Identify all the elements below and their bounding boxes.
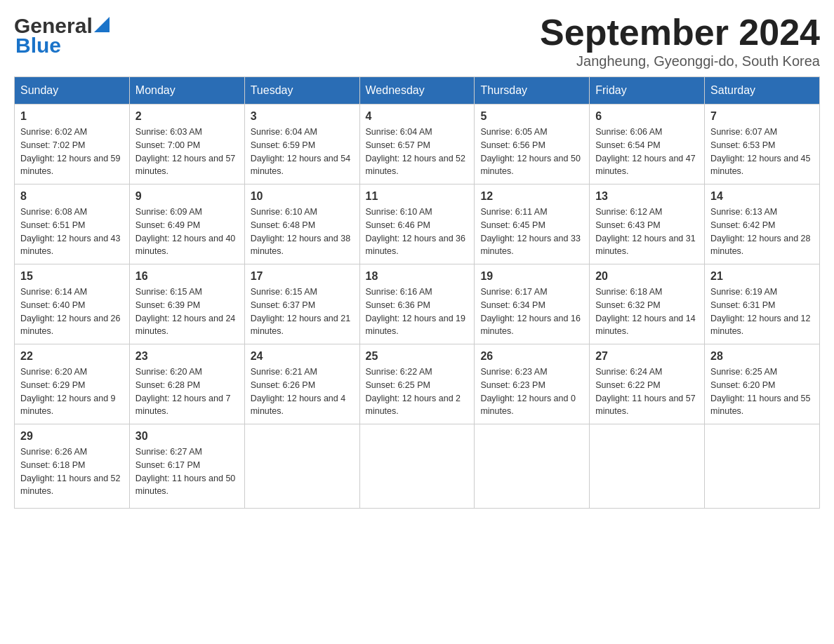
calendar-day-1: 1 Sunrise: 6:02 AMSunset: 7:02 PMDayligh… (15, 105, 130, 185)
day-info: Sunrise: 6:10 AMSunset: 6:48 PMDaylight:… (251, 206, 354, 258)
day-info: Sunrise: 6:05 AMSunset: 6:56 PMDaylight:… (480, 126, 583, 178)
weekday-header-sunday: Sunday (15, 77, 130, 105)
calendar-day-5: 5 Sunrise: 6:05 AMSunset: 6:56 PMDayligh… (475, 105, 590, 185)
calendar-day-4: 4 Sunrise: 6:04 AMSunset: 6:57 PMDayligh… (359, 105, 475, 185)
calendar-day-3: 3 Sunrise: 6:04 AMSunset: 6:59 PMDayligh… (244, 105, 359, 185)
calendar-day-empty (359, 424, 475, 509)
day-info: Sunrise: 6:13 AMSunset: 6:42 PMDaylight:… (710, 206, 814, 258)
calendar-day-8: 8 Sunrise: 6:08 AMSunset: 6:51 PMDayligh… (15, 185, 130, 264)
day-info: Sunrise: 6:10 AMSunset: 6:46 PMDaylight:… (366, 206, 469, 258)
day-number: 26 (480, 350, 583, 363)
day-info: Sunrise: 6:03 AMSunset: 7:00 PMDaylight:… (135, 126, 239, 178)
calendar-day-6: 6 Sunrise: 6:06 AMSunset: 6:54 PMDayligh… (590, 105, 705, 185)
day-number: 9 (135, 190, 239, 203)
day-info: Sunrise: 6:02 AMSunset: 7:02 PMDaylight:… (20, 126, 124, 178)
day-number: 22 (20, 350, 124, 363)
day-info: Sunrise: 6:21 AMSunset: 6:26 PMDaylight:… (251, 365, 354, 418)
calendar-week-5: 29 Sunrise: 6:26 AMSunset: 6:18 PMDaylig… (15, 424, 820, 509)
calendar-day-9: 9 Sunrise: 6:09 AMSunset: 6:49 PMDayligh… (129, 185, 244, 264)
calendar-day-empty (244, 424, 359, 509)
day-number: 18 (366, 270, 469, 283)
logo-triangle-icon (94, 17, 110, 32)
calendar-header-row: SundayMondayTuesdayWednesdayThursdayFrid… (15, 77, 820, 105)
calendar-day-25: 25 Sunrise: 6:22 AMSunset: 6:25 PMDaylig… (359, 344, 475, 424)
day-number: 28 (710, 350, 814, 363)
day-number: 27 (595, 350, 699, 363)
page-header: General Blue September 2024 Jangheung, G… (14, 14, 820, 69)
day-number: 1 (20, 110, 124, 123)
day-info: Sunrise: 6:04 AMSunset: 6:57 PMDaylight:… (366, 126, 469, 178)
calendar-day-23: 23 Sunrise: 6:20 AMSunset: 6:28 PMDaylig… (129, 344, 244, 424)
day-info: Sunrise: 6:15 AMSunset: 6:39 PMDaylight:… (135, 286, 239, 338)
calendar-week-4: 22 Sunrise: 6:20 AMSunset: 6:29 PMDaylig… (15, 344, 820, 424)
day-number: 11 (366, 190, 469, 203)
day-number: 29 (20, 430, 124, 443)
calendar-day-2: 2 Sunrise: 6:03 AMSunset: 7:00 PMDayligh… (129, 105, 244, 185)
calendar-day-27: 27 Sunrise: 6:24 AMSunset: 6:22 PMDaylig… (590, 344, 705, 424)
weekday-header-thursday: Thursday (475, 77, 590, 105)
day-number: 19 (480, 270, 583, 283)
weekday-header-friday: Friday (590, 77, 705, 105)
calendar-day-29: 29 Sunrise: 6:26 AMSunset: 6:18 PMDaylig… (15, 424, 130, 509)
calendar-table: SundayMondayTuesdayWednesdayThursdayFrid… (14, 76, 820, 509)
day-number: 7 (710, 110, 814, 123)
calendar-day-empty (590, 424, 705, 509)
day-number: 12 (480, 190, 583, 203)
weekday-header-monday: Monday (129, 77, 244, 105)
day-number: 25 (366, 350, 469, 363)
day-number: 30 (135, 430, 239, 443)
calendar-day-empty (475, 424, 590, 509)
day-number: 20 (595, 270, 699, 283)
day-number: 8 (20, 190, 124, 203)
day-info: Sunrise: 6:24 AMSunset: 6:22 PMDaylight:… (595, 365, 699, 418)
calendar-day-26: 26 Sunrise: 6:23 AMSunset: 6:23 PMDaylig… (475, 344, 590, 424)
day-number: 10 (251, 190, 354, 203)
day-info: Sunrise: 6:09 AMSunset: 6:49 PMDaylight:… (135, 206, 239, 258)
day-info: Sunrise: 6:26 AMSunset: 6:18 PMDaylight:… (20, 445, 124, 498)
day-number: 13 (595, 190, 699, 203)
day-info: Sunrise: 6:15 AMSunset: 6:37 PMDaylight:… (251, 286, 354, 338)
calendar-day-19: 19 Sunrise: 6:17 AMSunset: 6:34 PMDaylig… (475, 264, 590, 344)
day-info: Sunrise: 6:23 AMSunset: 6:23 PMDaylight:… (480, 365, 583, 418)
day-info: Sunrise: 6:20 AMSunset: 6:28 PMDaylight:… (135, 365, 239, 418)
day-number: 3 (251, 110, 354, 123)
day-info: Sunrise: 6:04 AMSunset: 6:59 PMDaylight:… (251, 126, 354, 178)
day-number: 17 (251, 270, 354, 283)
calendar-day-18: 18 Sunrise: 6:16 AMSunset: 6:36 PMDaylig… (359, 264, 475, 344)
day-info: Sunrise: 6:22 AMSunset: 6:25 PMDaylight:… (366, 365, 469, 418)
calendar-week-3: 15 Sunrise: 6:14 AMSunset: 6:40 PMDaylig… (15, 264, 820, 344)
calendar-day-10: 10 Sunrise: 6:10 AMSunset: 6:48 PMDaylig… (244, 185, 359, 264)
day-number: 6 (595, 110, 699, 123)
weekday-header-wednesday: Wednesday (359, 77, 475, 105)
calendar-day-17: 17 Sunrise: 6:15 AMSunset: 6:37 PMDaylig… (244, 264, 359, 344)
day-number: 23 (135, 350, 239, 363)
day-number: 4 (366, 110, 469, 123)
day-info: Sunrise: 6:11 AMSunset: 6:45 PMDaylight:… (480, 206, 583, 258)
calendar-day-20: 20 Sunrise: 6:18 AMSunset: 6:32 PMDaylig… (590, 264, 705, 344)
day-info: Sunrise: 6:17 AMSunset: 6:34 PMDaylight:… (480, 286, 583, 338)
day-info: Sunrise: 6:07 AMSunset: 6:53 PMDaylight:… (710, 126, 814, 178)
calendar-day-21: 21 Sunrise: 6:19 AMSunset: 6:31 PMDaylig… (705, 264, 820, 344)
svg-marker-0 (94, 17, 110, 32)
logo-blue-text: Blue (15, 34, 61, 58)
calendar-day-15: 15 Sunrise: 6:14 AMSunset: 6:40 PMDaylig… (15, 264, 130, 344)
location-subtitle: Jangheung, Gyeonggi-do, South Korea (540, 53, 820, 69)
day-info: Sunrise: 6:16 AMSunset: 6:36 PMDaylight:… (366, 286, 469, 338)
calendar-week-1: 1 Sunrise: 6:02 AMSunset: 7:02 PMDayligh… (15, 105, 820, 185)
calendar-week-2: 8 Sunrise: 6:08 AMSunset: 6:51 PMDayligh… (15, 185, 820, 264)
calendar-day-30: 30 Sunrise: 6:27 AMSunset: 6:17 PMDaylig… (129, 424, 244, 509)
calendar-day-22: 22 Sunrise: 6:20 AMSunset: 6:29 PMDaylig… (15, 344, 130, 424)
logo: General Blue (14, 14, 110, 58)
calendar-day-empty (705, 424, 820, 509)
day-info: Sunrise: 6:19 AMSunset: 6:31 PMDaylight:… (710, 286, 814, 338)
day-number: 24 (251, 350, 354, 363)
day-info: Sunrise: 6:18 AMSunset: 6:32 PMDaylight:… (595, 286, 699, 338)
day-info: Sunrise: 6:14 AMSunset: 6:40 PMDaylight:… (20, 286, 124, 338)
weekday-header-saturday: Saturday (705, 77, 820, 105)
month-title: September 2024 (540, 14, 820, 51)
title-block: September 2024 Jangheung, Gyeonggi-do, S… (540, 14, 820, 69)
calendar-day-12: 12 Sunrise: 6:11 AMSunset: 6:45 PMDaylig… (475, 185, 590, 264)
day-info: Sunrise: 6:06 AMSunset: 6:54 PMDaylight:… (595, 126, 699, 178)
calendar-day-7: 7 Sunrise: 6:07 AMSunset: 6:53 PMDayligh… (705, 105, 820, 185)
day-number: 2 (135, 110, 239, 123)
